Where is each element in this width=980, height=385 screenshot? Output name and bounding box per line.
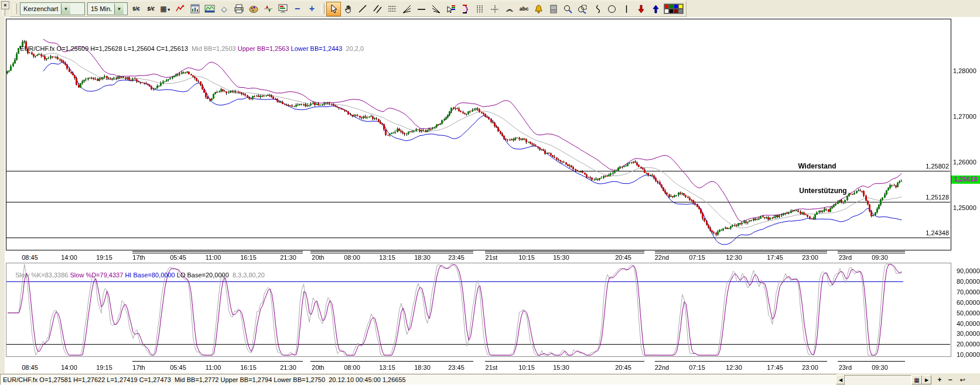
signals-arrows-icon	[263, 4, 274, 14]
day-separator-line	[655, 251, 827, 252]
time-axis-label: 09:30	[866, 364, 893, 371]
horizontal-line-tool-button[interactable]	[414, 2, 429, 16]
stoch-axis-label: 40,0000	[957, 320, 980, 327]
stoch-params-text: 8,3,3,80,20	[233, 271, 265, 279]
zoom-in-button[interactable]: +	[305, 2, 319, 16]
arrow-down-marker-button[interactable]	[634, 2, 648, 16]
toolbar-grip[interactable]	[13, 4, 17, 14]
level-label: 1,24348	[914, 229, 949, 236]
crosshair-tool-button[interactable]	[487, 2, 502, 16]
time-axis-label: 23:00	[797, 254, 824, 261]
chevron-down-icon[interactable]: ▼	[114, 4, 124, 14]
print-button[interactable]	[231, 2, 246, 16]
price-axis-label: 1,28000	[953, 67, 980, 74]
reset-view-button[interactable]: ↩	[957, 375, 968, 384]
wave-tool-button[interactable]	[590, 2, 605, 16]
zoom-out-scroll-button[interactable]: −	[945, 375, 955, 384]
vertical-grid-tool-button[interactable]	[473, 2, 487, 16]
time-axis-label: 15:30	[548, 364, 575, 371]
trendline-tool-button[interactable]	[356, 2, 370, 16]
timeframe-dropdown[interactable]: 15 Min. ▼	[87, 2, 128, 15]
close-button[interactable]: ×	[1, 1, 9, 9]
zoom-out-button[interactable]: −	[290, 2, 305, 16]
arcs-tool-button[interactable]	[502, 2, 517, 16]
keyboard-button[interactable]: ▦	[911, 375, 922, 384]
time-axis-label: 16:15	[235, 254, 262, 261]
pointer-color-tool-button[interactable]	[443, 2, 458, 16]
study-chart-button[interactable]	[202, 2, 217, 16]
currency-convert-button[interactable]: $/€	[129, 2, 144, 16]
close-icon: ×	[4, 3, 6, 8]
pointer-color-icon	[446, 4, 456, 14]
fan-lines-tool-button[interactable]	[399, 2, 414, 16]
monitor-button[interactable]	[275, 2, 290, 16]
ray-fan-tool-button[interactable]	[429, 2, 443, 16]
mid-bb-text: Mid BB=1,2503	[192, 45, 236, 52]
color-palette-button[interactable]	[663, 2, 684, 16]
insert-indicator-button[interactable]	[173, 2, 187, 16]
time-axis-label: 05:45	[165, 364, 192, 371]
hand-tool-button[interactable]	[341, 2, 356, 16]
hand-icon	[343, 4, 353, 14]
zoom-lens-button[interactable]	[561, 2, 575, 16]
stoch-axis-label: 30,0000	[957, 330, 980, 337]
time-axis-label: 21:30	[275, 254, 302, 261]
day-separator-line	[310, 253, 473, 253]
palette-swatch	[669, 4, 674, 9]
time-axis-label: 20:45	[610, 254, 637, 261]
study-chart-icon	[204, 4, 215, 14]
new-page-button[interactable]: ◇	[217, 2, 231, 16]
time-axis-label: 14:00	[56, 254, 83, 261]
palette-swatch	[669, 9, 674, 13]
bracket-tool-button[interactable]	[458, 2, 473, 16]
time-axis-label: 20th	[305, 364, 332, 371]
time-axis-label: 18:30	[409, 364, 436, 371]
time-axis-label: 16:15	[235, 364, 262, 371]
time-axis-label: 09:30	[866, 254, 893, 261]
stoch-hi-text: HI Base=80,0000	[125, 271, 175, 279]
time-axis-label: 07:15	[684, 254, 711, 261]
vertical-line-tool-button[interactable]	[619, 2, 634, 16]
day-separator-line	[485, 361, 644, 362]
parallel-lines-tool-button[interactable]	[370, 2, 385, 16]
chevron-down-icon[interactable]: ▼	[61, 4, 70, 14]
time-axis-label: 15:30	[548, 254, 575, 261]
toolbar-grip[interactable]	[321, 4, 325, 14]
calculator-icon	[548, 4, 558, 14]
currency-convert-alt-button[interactable]: $/€	[144, 2, 158, 16]
time-axis-label: 12:30	[721, 364, 747, 371]
scroll-right-button[interactable]: ▶	[922, 375, 931, 384]
currency-alt-icon: $/€	[147, 6, 155, 12]
text-tool-icon: abc	[520, 6, 529, 12]
day-separator-line	[310, 251, 473, 252]
time-axis-label: 17:45	[762, 254, 788, 261]
arcs-icon	[504, 4, 514, 14]
ellipse-tool-button[interactable]	[605, 2, 619, 16]
day-separator-line	[655, 253, 827, 253]
cursor-icon	[329, 4, 339, 13]
text-tool-button[interactable]: abc	[517, 2, 531, 16]
scrollbar-track[interactable]	[844, 375, 911, 385]
toolbar-drag-handle[interactable]	[2, 9, 5, 16]
bell-icon	[534, 4, 544, 14]
grid-options-button[interactable]: ▦▼	[158, 2, 173, 16]
zoom-area-button[interactable]	[575, 2, 590, 16]
triangle-left-icon: ◀	[839, 377, 842, 383]
chart-type-dropdown[interactable]: Kerzenchart ▼	[20, 2, 85, 15]
time-axis-label: 10:15	[513, 364, 540, 371]
signals-button[interactable]	[261, 2, 275, 16]
arrow-up-marker-button[interactable]	[648, 2, 663, 16]
alert-bell-button[interactable]	[531, 2, 546, 16]
palette-button[interactable]	[246, 2, 261, 16]
calculator-button[interactable]	[546, 2, 561, 16]
plus-icon: +	[309, 4, 315, 13]
pointer-tool-button[interactable]	[326, 2, 341, 16]
time-axis-label: 23:00	[797, 364, 824, 371]
chart-window-button[interactable]	[187, 2, 202, 16]
zoom-in-scroll-button[interactable]: +	[935, 375, 944, 384]
parallel-lines-icon	[373, 4, 383, 14]
price-axis-label: 1,25000	[953, 204, 980, 211]
time-axis-label: 23rd	[832, 364, 859, 371]
horizontal-grid-tool-button[interactable]	[385, 2, 399, 16]
time-axis-label: 21st	[478, 254, 505, 261]
